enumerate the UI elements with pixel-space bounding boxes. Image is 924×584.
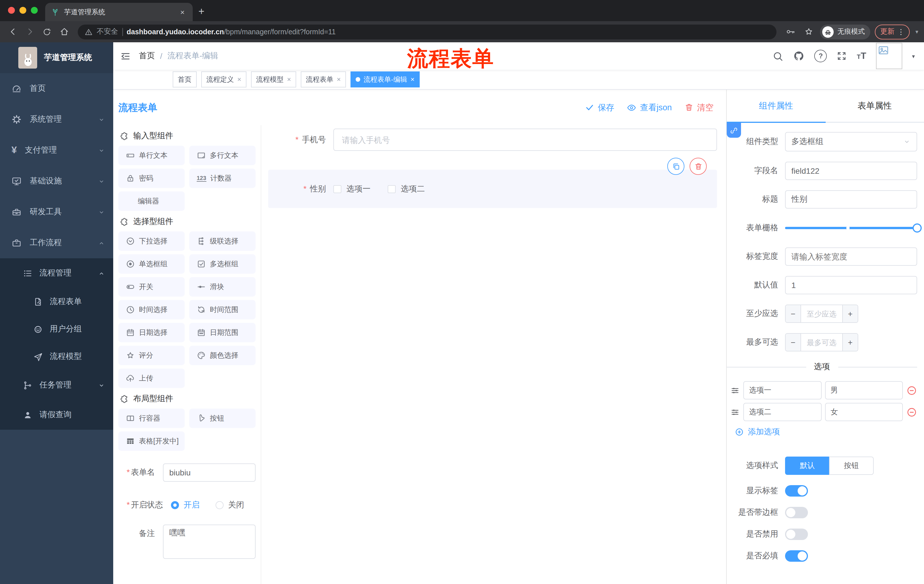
- reload-button[interactable]: [40, 25, 54, 39]
- bookmark-star-icon[interactable]: [802, 25, 816, 39]
- tag-process-form[interactable]: 流程表单 ×: [301, 71, 346, 87]
- comp-slider[interactable]: 滑块: [189, 277, 256, 296]
- tag-home[interactable]: 首页: [173, 71, 197, 87]
- tab-component-props[interactable]: 组件属性: [727, 90, 825, 123]
- minimize-window-button[interactable]: [20, 7, 26, 14]
- title-input[interactable]: [785, 190, 917, 209]
- sidebar-item-process-model[interactable]: 流程模型: [0, 343, 113, 370]
- option1-label-input[interactable]: [743, 381, 822, 400]
- drag-handle-icon[interactable]: [730, 385, 740, 395]
- update-browser-button[interactable]: 更新 ⋮: [875, 24, 910, 39]
- increase-button[interactable]: +: [842, 334, 858, 351]
- tag-close-icon[interactable]: ×: [287, 76, 291, 84]
- tag-process-definition[interactable]: 流程定义 ×: [201, 71, 246, 87]
- required-switch[interactable]: [785, 550, 808, 562]
- default-value-input[interactable]: [785, 276, 917, 294]
- label-width-input[interactable]: [785, 247, 917, 266]
- disabled-switch[interactable]: [785, 528, 808, 540]
- remove-option-button[interactable]: [906, 406, 917, 418]
- view-json-button[interactable]: 查看json: [627, 102, 672, 113]
- comp-switch[interactable]: 开关: [118, 277, 185, 296]
- phone-field-row[interactable]: * 手机号: [261, 129, 717, 150]
- field-name-input[interactable]: [785, 162, 917, 180]
- phone-input[interactable]: [333, 128, 717, 151]
- gender-option2-checkbox[interactable]: 选项二: [388, 184, 425, 194]
- comp-multi-text[interactable]: 多行文本: [189, 146, 256, 165]
- status-radio-on[interactable]: 开启: [171, 500, 200, 510]
- comp-checkbox-group[interactable]: 多选框组: [189, 254, 256, 274]
- save-button[interactable]: 保存: [585, 102, 614, 113]
- sidebar-item-home[interactable]: 首页: [0, 73, 113, 104]
- style-button-button[interactable]: 按钮: [829, 457, 874, 475]
- gender-option1-checkbox[interactable]: 选项一: [333, 184, 371, 194]
- status-radio-off[interactable]: 关闭: [216, 500, 244, 510]
- comp-select[interactable]: 下拉选择: [118, 232, 185, 251]
- tab-close-icon[interactable]: ×: [178, 8, 187, 16]
- tag-close-icon[interactable]: ×: [237, 76, 241, 84]
- option1-value-input[interactable]: [825, 381, 903, 400]
- sidebar-item-user-group[interactable]: 用户分组: [0, 316, 113, 343]
- address-bar[interactable]: 不安全 dashboard.yudao.iocoder.cn/bpm/manag…: [78, 24, 777, 39]
- decrease-button[interactable]: −: [785, 334, 801, 351]
- show-label-switch[interactable]: [785, 485, 808, 497]
- user-menu-caret-icon[interactable]: ▾: [912, 53, 915, 59]
- sidebar-item-leave-query[interactable]: 请假查询: [0, 400, 113, 430]
- tag-process-form-edit[interactable]: 流程表单-编辑 ×: [350, 71, 420, 87]
- increase-button[interactable]: +: [842, 305, 858, 322]
- search-icon[interactable]: [773, 51, 784, 61]
- sidebar-item-devtools[interactable]: 研发工具: [0, 197, 113, 227]
- back-button[interactable]: [6, 25, 20, 39]
- sidebar-item-system[interactable]: 系统管理: [0, 104, 113, 135]
- breadcrumb-home[interactable]: 首页: [139, 51, 155, 61]
- forward-button[interactable]: [23, 25, 36, 39]
- min-select-input[interactable]: [801, 305, 842, 322]
- component-type-select[interactable]: 多选框组: [785, 132, 917, 151]
- clear-button[interactable]: 清空: [685, 102, 714, 113]
- new-tab-button[interactable]: +: [198, 6, 205, 18]
- font-size-icon[interactable]: TT: [857, 51, 866, 61]
- tag-close-icon[interactable]: ×: [411, 76, 414, 84]
- sidebar-item-task-management[interactable]: 任务管理: [0, 370, 113, 400]
- comp-table[interactable]: 表格[开发中]: [118, 431, 185, 451]
- comp-rate[interactable]: 评分: [118, 346, 185, 365]
- help-icon[interactable]: ?: [815, 50, 827, 62]
- decrease-button[interactable]: −: [785, 305, 801, 322]
- browser-menu-icon[interactable]: ⋮: [898, 28, 904, 36]
- security-warning-icon[interactable]: [85, 28, 92, 36]
- comp-row-container[interactable]: 行容器: [118, 409, 185, 428]
- copy-field-button[interactable]: [667, 158, 685, 175]
- sidebar-item-infra[interactable]: 基础设施: [0, 166, 113, 197]
- comp-single-text[interactable]: 单行文本: [118, 146, 185, 165]
- form-remark-textarea[interactable]: 嘿嘿: [163, 525, 256, 559]
- comp-cascader[interactable]: 级联选择: [189, 232, 256, 251]
- add-option-button[interactable]: 添加选项: [735, 427, 917, 437]
- comp-time-picker[interactable]: 时间选择: [118, 300, 185, 319]
- window-dropdown-icon[interactable]: ▾: [916, 29, 918, 35]
- sidebar-item-workflow[interactable]: 工作流程: [0, 227, 113, 258]
- comp-date-range[interactable]: 日期范围: [189, 323, 256, 342]
- drag-handle-icon[interactable]: [730, 407, 740, 417]
- style-default-button[interactable]: 默认: [785, 457, 829, 475]
- form-name-input[interactable]: [163, 464, 256, 482]
- tab-form-props[interactable]: 表单属性: [825, 90, 924, 122]
- tag-close-icon[interactable]: ×: [337, 76, 341, 84]
- close-window-button[interactable]: [8, 7, 15, 14]
- option2-value-input[interactable]: [825, 403, 903, 421]
- comp-button[interactable]: 按钮: [189, 409, 256, 428]
- sidebar-item-process-management[interactable]: 流程管理: [0, 258, 113, 288]
- browser-tab[interactable]: 芋道管理系统 ×: [45, 3, 193, 21]
- sidebar-item-payment[interactable]: ¥ 支付管理: [0, 135, 113, 166]
- github-icon[interactable]: [794, 50, 805, 62]
- selected-gender-field[interactable]: * 性别 选项一 选项二: [268, 170, 717, 208]
- home-button[interactable]: [57, 25, 71, 39]
- comp-password[interactable]: 密码: [118, 169, 185, 188]
- fullscreen-icon[interactable]: [837, 51, 847, 61]
- maximize-window-button[interactable]: [31, 7, 38, 14]
- border-switch[interactable]: [785, 507, 808, 518]
- avatar[interactable]: [876, 43, 902, 69]
- comp-date-picker[interactable]: 日期选择: [118, 323, 185, 342]
- comp-time-range[interactable]: 时间范围: [189, 300, 256, 319]
- form-grid-slider[interactable]: [785, 219, 917, 237]
- option2-label-input[interactable]: [743, 403, 822, 421]
- comp-editor[interactable]: 编辑器: [118, 191, 185, 211]
